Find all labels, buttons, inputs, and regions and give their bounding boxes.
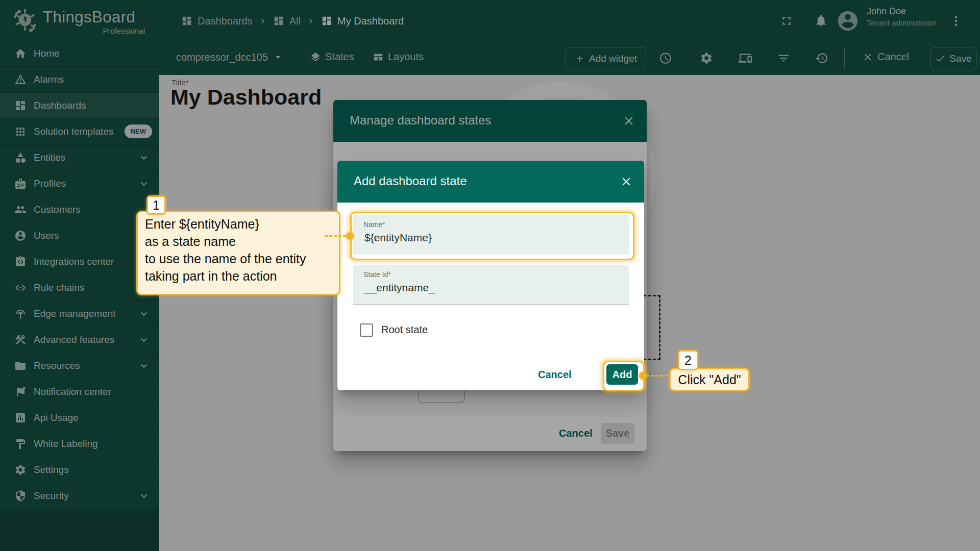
state-id-input[interactable] (363, 281, 621, 294)
state-id-field-label: State Id* (363, 270, 391, 279)
root-state-checkbox[interactable] (360, 323, 373, 337)
add-dialog-cancel-button[interactable]: Cancel (538, 369, 572, 381)
step-1-connector-dot (346, 232, 354, 240)
state-id-field[interactable]: State Id* (353, 265, 629, 305)
step-1-badge: 1 (146, 195, 166, 215)
step-1-connector-line (325, 235, 346, 237)
add-dialog-header: Add dashboard state (337, 161, 644, 203)
add-dialog-title: Add dashboard state (354, 174, 467, 188)
step-2-connector-line (646, 375, 668, 377)
thingsboard-screen: ThingsBoard Professional Home Alarms Das… (0, 0, 980, 551)
step-2-badge: 2 (678, 350, 698, 370)
step-1-callout: Enter ${entityName} as a state name to u… (136, 211, 340, 295)
step-2-connector-dot (639, 372, 647, 380)
root-state-label: Root state (381, 324, 428, 336)
close-icon[interactable] (620, 175, 633, 188)
add-dashboard-state-dialog: Add dashboard state Name* State Id* Root… (337, 161, 644, 390)
add-button-highlight-ring (603, 361, 645, 391)
name-field-highlight-ring (350, 212, 634, 260)
step-2-callout: Click "Add" (669, 368, 750, 391)
